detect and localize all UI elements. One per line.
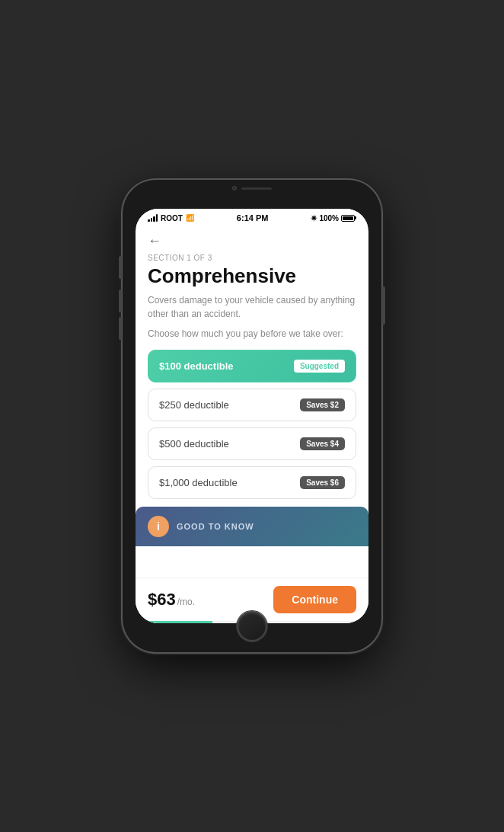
deductible-label-100: $100 deductible xyxy=(159,360,234,372)
deductible-card-100[interactable]: $100 deductible Suggested xyxy=(148,350,356,382)
phone-screen: ROOT 📶 6:14 PM ✷ 100% ← S xyxy=(136,209,368,623)
saves-badge-1000: Saves $6 xyxy=(300,476,345,489)
description-text: Covers damage to your vehicle caused by … xyxy=(148,293,356,321)
page-title: Comprehensive xyxy=(148,265,356,287)
deductible-label-1000: $1,000 deductible xyxy=(159,477,238,488)
battery-icon xyxy=(341,215,356,222)
deductible-label-500: $500 deductible xyxy=(159,438,229,450)
status-right: ✷ 100% xyxy=(311,214,356,222)
deductible-options: $100 deductible Suggested $250 deductibl… xyxy=(148,350,356,499)
carrier-label: ROOT xyxy=(161,214,183,222)
back-button[interactable]: ← xyxy=(148,233,356,249)
status-left: ROOT 📶 xyxy=(148,214,194,222)
good-to-know-icon: i xyxy=(148,516,169,537)
deductible-card-250[interactable]: $250 deductible Saves $2 xyxy=(148,389,356,421)
saves-badge-250: Saves $2 xyxy=(300,398,345,411)
signal-bars-icon xyxy=(148,214,158,222)
price-amount: $63 xyxy=(148,590,176,610)
phone-notch xyxy=(232,186,272,190)
speaker xyxy=(241,187,272,190)
status-bar: ROOT 📶 6:14 PM ✷ 100% xyxy=(136,209,368,226)
good-to-know-label: GOOD TO KNOW xyxy=(177,522,254,531)
phone-frame: ROOT 📶 6:14 PM ✷ 100% ← S xyxy=(123,180,381,652)
choose-text: Choose how much you pay before we take o… xyxy=(148,327,356,341)
price-display: $63 /mo. xyxy=(148,590,195,610)
home-button[interactable] xyxy=(237,611,267,642)
wifi-icon: 📶 xyxy=(186,214,194,222)
deductible-label-250: $250 deductible xyxy=(159,399,229,411)
continue-button[interactable]: Continue xyxy=(273,586,356,613)
price-period: /mo. xyxy=(177,597,195,607)
suggested-badge: Suggested xyxy=(294,360,345,373)
deductible-card-1000[interactable]: $1,000 deductible Saves $6 xyxy=(148,466,356,499)
section-label: SECTION 1 OF 3 xyxy=(148,254,356,262)
deductible-card-500[interactable]: $500 deductible Saves $4 xyxy=(148,427,356,460)
battery-percent: 100% xyxy=(319,214,339,222)
saves-badge-500: Saves $4 xyxy=(300,437,345,450)
app-content: ← SECTION 1 OF 3 Comprehensive Covers da… xyxy=(136,226,368,578)
progress-bar-fill xyxy=(136,621,212,623)
camera xyxy=(232,186,237,190)
time-display: 6:14 PM xyxy=(237,213,269,222)
back-arrow-icon: ← xyxy=(148,233,161,249)
bluetooth-icon: ✷ xyxy=(311,214,317,222)
good-to-know-banner[interactable]: i GOOD TO KNOW xyxy=(136,507,368,546)
